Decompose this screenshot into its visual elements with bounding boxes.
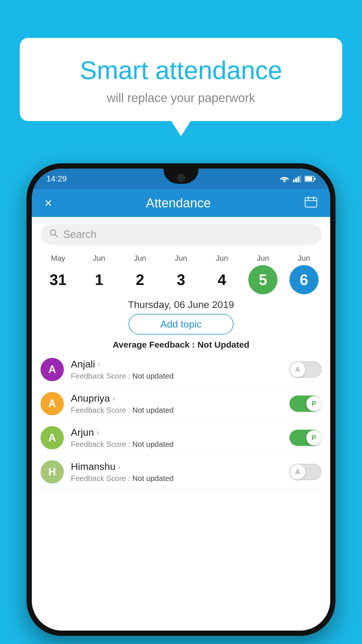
feedback-value: Not updated <box>132 440 174 449</box>
battery-icon <box>305 176 316 182</box>
attendance-toggle[interactable]: A <box>289 361 321 378</box>
bubble-subtitle: will replace your paperwork <box>37 91 325 105</box>
cal-day-number: 2 <box>125 265 154 294</box>
status-icons <box>280 175 316 182</box>
student-name: Himanshu › <box>71 461 282 472</box>
status-time: 14:29 <box>46 174 67 183</box>
chevron-icon: › <box>112 394 115 403</box>
cal-month-label: Jun <box>175 254 187 263</box>
chevron-icon: › <box>96 428 99 437</box>
svg-rect-8 <box>305 198 317 207</box>
cal-month-label: Jun <box>93 254 105 263</box>
app-header: × Attendance <box>32 189 330 217</box>
close-button[interactable]: × <box>45 196 52 210</box>
student-info: Arjun ›Feedback Score : Not updated <box>71 427 282 449</box>
calendar-day-6[interactable]: Jun6 <box>287 254 321 294</box>
svg-rect-7 <box>314 178 316 180</box>
toggle-knob: A <box>290 464 305 480</box>
student-feedback: Feedback Score : Not updated <box>71 474 282 483</box>
cal-day-number: 6 <box>289 265 319 294</box>
calendar-day-3[interactable]: Jun3 <box>164 254 198 294</box>
cal-day-number: 1 <box>85 265 114 294</box>
signal-icon <box>293 175 301 182</box>
toggle-knob: P <box>306 396 321 411</box>
calendar-day-5[interactable]: Jun5 <box>245 254 280 294</box>
toggle-knob: A <box>290 362 305 377</box>
cal-month-label: Jun <box>298 254 310 263</box>
student-item-0[interactable]: AAnjali ›Feedback Score : Not updatedA <box>38 353 324 387</box>
student-name: Anjali › <box>71 358 282 370</box>
student-feedback: Feedback Score : Not updated <box>71 440 282 449</box>
student-feedback: Feedback Score : Not updated <box>71 406 282 415</box>
search-bar[interactable]: Search <box>41 224 321 245</box>
svg-rect-6 <box>305 177 312 181</box>
cal-month-label: May <box>51 254 65 263</box>
student-feedback: Feedback Score : Not updated <box>71 372 282 381</box>
content-area: Search May31Jun1Jun2Jun3Jun4Jun5Jun6 Thu… <box>32 217 330 631</box>
calendar-day-1[interactable]: Jun1 <box>82 254 117 294</box>
cal-day-number: 31 <box>43 265 73 294</box>
phone-frame: 14:29 <box>27 163 335 636</box>
avg-feedback-label: Average Feedback : <box>113 340 195 349</box>
avg-feedback-value: Not Updated <box>197 340 249 349</box>
speech-bubble: Smart attendance will replace your paper… <box>20 38 342 121</box>
cal-day-number: 5 <box>248 265 277 294</box>
toggle-knob: P <box>306 430 321 445</box>
student-avatar: A <box>41 358 64 381</box>
student-name: Arjun › <box>71 427 282 438</box>
calendar-icon[interactable] <box>305 196 317 210</box>
feedback-value: Not updated <box>132 372 174 380</box>
student-info: Himanshu ›Feedback Score : Not updated <box>71 461 282 483</box>
cal-month-label: Jun <box>257 254 269 263</box>
header-title: Attendance <box>146 196 211 210</box>
feedback-value: Not updated <box>132 474 174 483</box>
speech-bubble-container: Smart attendance will replace your paper… <box>20 38 342 121</box>
svg-line-13 <box>55 235 58 237</box>
attendance-toggle[interactable]: P <box>289 430 321 446</box>
student-avatar: A <box>41 392 64 415</box>
svg-rect-2 <box>295 178 297 182</box>
calendar-row: May31Jun1Jun2Jun3Jun4Jun5Jun6 <box>32 251 330 294</box>
calendar-day-0[interactable]: May31 <box>41 254 75 294</box>
calendar-day-4[interactable]: Jun4 <box>205 254 240 294</box>
student-list: AAnjali ›Feedback Score : Not updatedAAA… <box>32 353 330 489</box>
student-avatar: H <box>41 460 64 484</box>
camera <box>177 174 185 182</box>
bubble-title: Smart attendance <box>37 55 325 85</box>
cal-day-number: 3 <box>166 265 196 294</box>
student-item-3[interactable]: HHimanshu ›Feedback Score : Not updatedA <box>38 455 324 489</box>
svg-point-0 <box>284 181 285 182</box>
cal-day-number: 4 <box>208 265 237 294</box>
search-input[interactable]: Search <box>63 228 96 241</box>
cal-month-label: Jun <box>216 254 228 263</box>
student-name: Anupriya › <box>71 393 282 404</box>
student-info: Anupriya ›Feedback Score : Not updated <box>71 393 282 415</box>
chevron-icon: › <box>118 462 120 471</box>
cal-month-label: Jun <box>134 254 146 263</box>
search-icon <box>49 229 59 240</box>
wifi-icon <box>280 175 289 182</box>
selected-date-label: Thursday, 06 June 2019 <box>32 299 330 310</box>
student-item-2[interactable]: AArjun ›Feedback Score : Not updatedP <box>38 421 324 455</box>
add-topic-button[interactable]: Add topic <box>129 314 233 335</box>
chevron-icon: › <box>97 360 100 369</box>
calendar-day-2[interactable]: Jun2 <box>122 254 157 294</box>
attendance-toggle[interactable]: A <box>289 464 321 480</box>
student-avatar: A <box>41 426 64 449</box>
svg-rect-4 <box>300 175 301 182</box>
feedback-value: Not updated <box>132 406 174 414</box>
avg-feedback: Average Feedback : Not Updated <box>32 340 330 350</box>
svg-rect-1 <box>293 179 295 182</box>
attendance-toggle[interactable]: P <box>289 396 321 412</box>
phone-mockup: 14:29 <box>27 163 335 636</box>
student-info: Anjali ›Feedback Score : Not updated <box>71 358 282 381</box>
student-item-1[interactable]: AAnupriya ›Feedback Score : Not updatedP <box>38 387 324 421</box>
phone-screen: 14:29 <box>32 169 330 631</box>
svg-rect-3 <box>298 176 299 182</box>
